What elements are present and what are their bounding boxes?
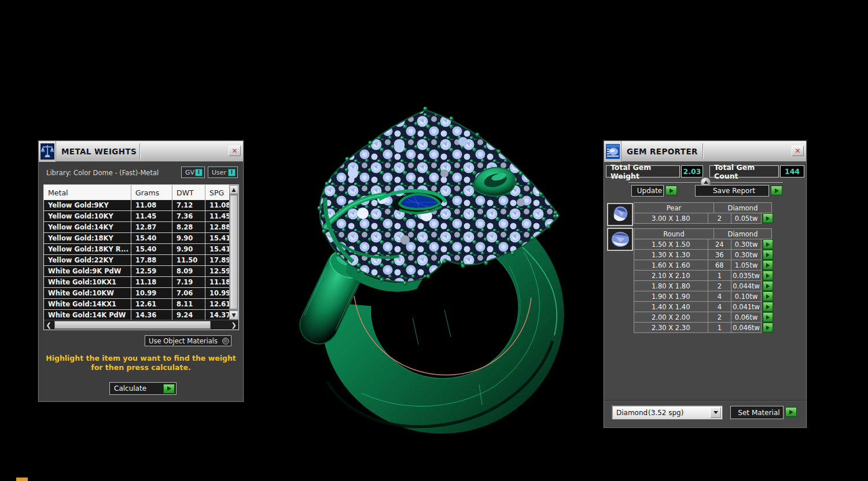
vertical-scrollbar[interactable]: ▲ ▼ — [229, 185, 238, 320]
gem-size-cell: 1.40 X 1.40 — [634, 301, 708, 312]
user-toggle-button[interactable]: User I — [208, 166, 238, 178]
gv-toggle-indicator: I — [195, 169, 203, 176]
user-toggle-indicator: I — [228, 169, 236, 176]
select-gems-arrow-icon[interactable] — [763, 271, 773, 280]
titlebar-divider — [139, 143, 141, 159]
select-gems-arrow-icon[interactable] — [763, 312, 773, 322]
gem-weight-cell: 0.044tw — [731, 280, 762, 291]
horizontal-scroll-thumb[interactable] — [54, 321, 211, 329]
spg-cell: 15.41 — [205, 244, 230, 254]
dwt-cell: 7.36 — [172, 211, 205, 221]
dwt-cell: 8.09 — [172, 266, 205, 276]
dwt-cell: 9.24 — [172, 310, 205, 320]
dwt-cell: 7.06 — [172, 288, 205, 298]
gem-count-cell: 1 — [708, 270, 732, 281]
gem-weight-cell: 0.041tw — [731, 301, 762, 312]
grams-cell: 14.36 — [131, 310, 172, 320]
spg-cell: 12.59 — [205, 266, 230, 276]
library-label: Library: Color Dome - (Fast)-Metal — [46, 169, 159, 177]
shape-header: Round — [634, 228, 714, 239]
close-icon[interactable]: ✕ — [229, 146, 241, 156]
scroll-right-icon[interactable]: ❯ — [229, 320, 238, 330]
scale-icon — [39, 141, 56, 162]
select-gems-arrow-icon[interactable] — [763, 323, 773, 332]
metal-cell: Yellow Gold:22KY — [44, 255, 131, 265]
save-report-arrow-icon[interactable] — [771, 186, 782, 195]
table-row[interactable]: Yellow Gold:18KY15.409.9015.41 — [44, 233, 238, 244]
total-gem-count-value: 144 — [780, 165, 804, 177]
calculate-button[interactable]: Calculate — [109, 382, 176, 395]
select-gems-arrow-icon[interactable] — [763, 281, 773, 291]
metal-cell: White Gold:10KX1 — [44, 277, 131, 287]
column-header-spg: SPG — [205, 185, 230, 200]
scroll-up-icon[interactable]: ▲ — [229, 185, 238, 194]
horizontal-scrollbar[interactable]: ❮ ❯ — [44, 320, 238, 330]
update-arrow-icon[interactable] — [665, 186, 677, 195]
scroll-left-icon[interactable]: ❮ — [44, 320, 53, 330]
table-row[interactable]: Yellow Gold:10KY11.457.3611.45 — [44, 211, 238, 222]
table-row[interactable]: White Gold:9K PdW12.598.0912.59 — [44, 266, 238, 277]
grams-cell: 11.45 — [131, 211, 172, 221]
metal-cell: White Gold:14K PdW — [44, 310, 131, 320]
grams-cell: 15.40 — [131, 244, 172, 254]
gem-count-cell: 4 — [708, 301, 732, 312]
grams-cell: 12.59 — [131, 266, 172, 276]
table-row[interactable]: White Gold:10KW10.997.0610.99 — [44, 288, 238, 299]
material-select[interactable]: Diamond (3.52 spg) — [612, 405, 723, 420]
table-row[interactable]: Yellow Gold:18KY R...15.409.9015.41 — [44, 244, 238, 255]
metal-table: Metal Grams DWT SPG Yellow Gold:9KY11.08… — [43, 184, 239, 330]
gem-count-cell: 24 — [708, 239, 732, 250]
dwt-cell: 7.19 — [172, 277, 205, 287]
close-icon[interactable]: ✕ — [792, 146, 804, 156]
select-gems-arrow-icon[interactable] — [763, 250, 773, 260]
metal-weights-titlebar[interactable]: METAL WEIGHTS ✕ — [39, 141, 243, 162]
spg-cell: 12.88 — [205, 222, 230, 232]
gem-count-cell: 4 — [708, 291, 732, 302]
gem-size-cell: 1.80 X 1.80 — [634, 280, 708, 291]
select-gems-arrow-icon[interactable] — [763, 302, 773, 312]
dwt-cell: 9.90 — [172, 244, 205, 254]
titlebar-divider — [703, 143, 704, 159]
scroll-down-icon[interactable]: ▼ — [229, 310, 238, 320]
grams-cell: 12.61 — [131, 299, 172, 309]
select-gems-arrow-icon[interactable] — [763, 213, 773, 223]
dwt-cell: 7.12 — [172, 200, 205, 210]
spg-cell: 11.08 — [205, 200, 230, 210]
total-gem-count-label: Total Gem Count — [709, 165, 779, 177]
table-row[interactable]: White Gold:14KX112.618.1112.61 — [44, 299, 238, 310]
gem-size-cell: 1.90 X 1.90 — [634, 291, 708, 302]
shape-header: Pear — [634, 202, 714, 213]
application-window: METAL WEIGHTS ✕ Library: Color Dome - (F… — [0, 0, 868, 481]
dwt-cell: 9.90 — [172, 233, 205, 243]
run-arrow-icon[interactable] — [163, 384, 175, 394]
vertical-scroll-thumb[interactable] — [230, 195, 238, 309]
gem-size-cell: 1.50 X 1.50 — [634, 239, 708, 250]
table-row[interactable]: White Gold:10KX111.187.1911.18 — [44, 277, 238, 288]
select-gems-arrow-icon[interactable] — [763, 260, 773, 270]
bottom-separator — [604, 400, 806, 401]
gem-reporter-panel: GEM REPORTER ✕ Total Gem Weight 2.03 Tot… — [604, 140, 807, 428]
update-button[interactable]: Update — [631, 185, 664, 197]
gem-size-cell: 1.30 X 1.30 — [634, 249, 708, 260]
metal-cell: Yellow Gold:14KY — [44, 222, 131, 232]
set-material-button[interactable]: Set Material — [730, 406, 784, 419]
spg-cell: 11.18 — [205, 277, 230, 287]
pear-gem-icon — [607, 203, 633, 226]
select-gems-arrow-icon[interactable] — [763, 239, 773, 249]
save-report-button[interactable]: Save Report — [695, 185, 769, 197]
total-gem-weight-value: 2.03 — [681, 165, 703, 177]
use-object-materials-button[interactable]: Use Object Materials — [145, 335, 231, 346]
chevron-down-icon[interactable] — [710, 407, 721, 418]
table-row[interactable]: Yellow Gold:9KY11.087.1211.08 — [44, 200, 238, 211]
metal-cell: Yellow Gold:10KY — [44, 211, 131, 221]
grams-cell: 11.08 — [131, 200, 172, 210]
table-row[interactable]: Yellow Gold:22KY17.8811.5017.89 — [44, 255, 238, 266]
table-row[interactable]: Yellow Gold:14KY12.878.2812.88 — [44, 222, 238, 233]
gem-reporter-titlebar[interactable]: GEM REPORTER ✕ — [604, 141, 806, 162]
gv-toggle-button[interactable]: GV I — [181, 166, 205, 178]
gem-count-cell: 2 — [708, 312, 732, 323]
gem-count-cell: 36 — [708, 249, 732, 260]
metal-weights-panel: METAL WEIGHTS ✕ Library: Color Dome - (F… — [38, 140, 244, 402]
select-gems-arrow-icon[interactable] — [763, 291, 773, 301]
set-material-arrow-icon[interactable] — [785, 407, 797, 417]
